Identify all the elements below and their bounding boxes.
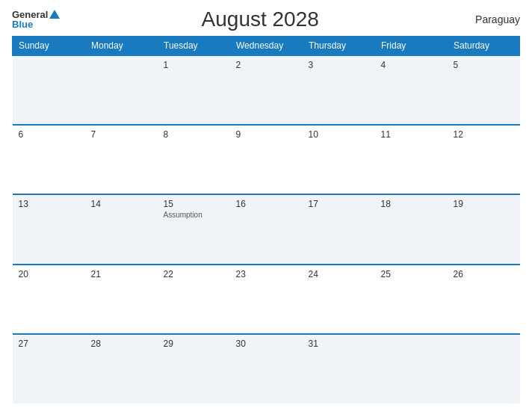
col-monday: Monday	[85, 37, 158, 56]
day-number: 16	[236, 199, 297, 209]
day-number: 12	[454, 129, 514, 140]
days-header-row: Sunday Monday Tuesday Wednesday Thursday…	[13, 37, 520, 56]
day-number: 30	[236, 339, 297, 349]
day-number: 29	[164, 339, 224, 349]
day-number: 15	[164, 199, 224, 209]
day-event: Assumption	[164, 211, 224, 219]
day-number: 9	[236, 129, 297, 140]
calendar-page: General Blue August 2028 Paraguay Sunday…	[0, 0, 532, 411]
day-cell: 27	[13, 334, 85, 404]
week-row-4: 2728293031	[13, 334, 520, 404]
day-cell: 25	[375, 265, 448, 334]
day-cell: 11	[375, 125, 448, 194]
day-number: 24	[309, 269, 369, 279]
day-cell: 12	[448, 125, 520, 194]
col-friday: Friday	[375, 37, 448, 56]
col-thursday: Thursday	[303, 37, 375, 56]
day-cell: 21	[85, 265, 158, 334]
day-cell: 6	[13, 125, 85, 194]
day-number: 2	[236, 60, 297, 70]
week-row-1: 6789101112	[13, 125, 520, 194]
day-cell: 5	[448, 55, 520, 125]
day-cell: 17	[303, 194, 375, 264]
day-cell: 9	[230, 125, 303, 194]
header: General Blue August 2028 Paraguay	[12, 7, 520, 31]
calendar-title: August 2028	[60, 7, 460, 31]
day-number: 22	[164, 269, 224, 279]
day-number: 5	[454, 60, 514, 70]
day-cell	[13, 55, 85, 125]
day-number: 21	[91, 269, 152, 279]
day-cell: 24	[303, 265, 375, 334]
day-cell: 30	[230, 334, 303, 404]
col-wednesday: Wednesday	[230, 37, 303, 56]
day-number: 10	[309, 129, 369, 140]
calendar-table: Sunday Monday Tuesday Wednesday Thursday…	[12, 36, 520, 404]
day-number: 19	[454, 199, 514, 209]
logo-triangle-icon	[49, 10, 60, 19]
day-cell: 13	[13, 194, 85, 264]
day-cell: 19	[448, 194, 520, 264]
week-row-2: 131415Assumption16171819	[13, 194, 520, 264]
day-number: 6	[19, 129, 79, 140]
day-number: 11	[381, 129, 442, 140]
day-number: 3	[309, 60, 369, 70]
day-number: 25	[381, 269, 442, 279]
day-cell: 23	[230, 265, 303, 334]
day-number: 7	[91, 129, 152, 140]
day-number: 17	[309, 199, 369, 209]
day-cell: 31	[303, 334, 375, 404]
day-number: 18	[381, 199, 442, 209]
day-cell: 3	[303, 55, 375, 125]
day-cell: 22	[158, 265, 230, 334]
day-cell: 28	[85, 334, 158, 404]
day-cell: 4	[375, 55, 448, 125]
day-cell	[375, 334, 448, 404]
day-cell	[448, 334, 520, 404]
day-number: 13	[19, 199, 79, 209]
day-number: 8	[164, 129, 224, 140]
day-cell: 15Assumption	[158, 194, 230, 264]
day-number: 14	[91, 199, 152, 209]
day-number: 4	[381, 60, 442, 70]
col-tuesday: Tuesday	[158, 37, 230, 56]
day-cell: 26	[448, 265, 520, 334]
week-row-0: 12345	[13, 55, 520, 125]
day-number: 26	[454, 269, 514, 279]
col-sunday: Sunday	[13, 37, 85, 56]
day-cell: 16	[230, 194, 303, 264]
logo: General Blue	[12, 10, 60, 29]
logo-blue-text: Blue	[12, 19, 33, 29]
col-saturday: Saturday	[448, 37, 520, 56]
day-number: 28	[91, 339, 152, 349]
day-number: 20	[19, 269, 79, 279]
week-row-3: 20212223242526	[13, 265, 520, 334]
day-cell: 7	[85, 125, 158, 194]
day-cell: 8	[158, 125, 230, 194]
day-number: 31	[309, 339, 369, 349]
day-cell: 18	[375, 194, 448, 264]
day-number: 1	[164, 60, 224, 70]
day-cell: 2	[230, 55, 303, 125]
day-cell: 1	[158, 55, 230, 125]
day-cell: 14	[85, 194, 158, 264]
day-cell: 10	[303, 125, 375, 194]
day-number: 27	[19, 339, 79, 349]
day-cell: 20	[13, 265, 85, 334]
day-cell: 29	[158, 334, 230, 404]
country-label: Paraguay	[460, 13, 520, 25]
day-cell	[85, 55, 158, 125]
day-number: 23	[236, 269, 297, 279]
